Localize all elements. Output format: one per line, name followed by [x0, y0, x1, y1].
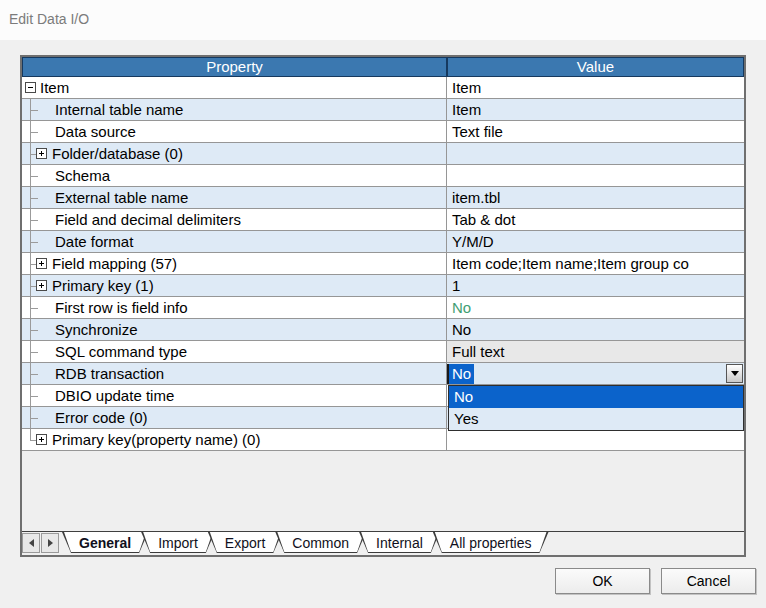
table-row[interactable]: Primary key (1) 1 — [22, 275, 744, 297]
property-value[interactable] — [447, 143, 744, 164]
dropdown-option-yes[interactable]: Yes — [449, 408, 743, 430]
table-row[interactable]: Date format Y/M/D — [22, 231, 744, 253]
column-header-value: Value — [448, 58, 743, 76]
combobox-selected-text[interactable]: No — [449, 364, 474, 384]
grid-header: Property Value — [22, 57, 744, 77]
property-value[interactable]: Full text — [447, 341, 744, 362]
property-grid-area: Property Value Item Item Internal table … — [22, 57, 744, 531]
property-label: RDB transaction — [55, 365, 164, 382]
tab-internal[interactable]: Internal — [359, 532, 440, 553]
chevron-down-icon — [731, 371, 739, 376]
combobox-dropdown-list: No Yes — [448, 385, 744, 431]
tab-import[interactable]: Import — [141, 532, 215, 553]
property-label: DBIO update time — [55, 387, 174, 404]
property-value[interactable]: No — [447, 319, 744, 340]
property-label: Item — [40, 79, 69, 96]
dropdown-option-no[interactable]: No — [449, 386, 743, 408]
left-arrow-icon — [29, 539, 34, 547]
tab-bar: General Import Export Common Internal Al… — [22, 531, 744, 555]
collapse-icon[interactable] — [25, 82, 36, 93]
rdb-transaction-combobox[interactable]: No — [447, 363, 744, 384]
property-value[interactable]: item.tbl — [447, 187, 744, 208]
property-label: Field and decimal delimiters — [55, 211, 241, 228]
expand-icon[interactable] — [36, 258, 47, 269]
window-title: Edit Data I/O — [9, 11, 89, 27]
table-row[interactable]: Item Item — [22, 77, 744, 99]
property-value[interactable]: Item — [447, 99, 744, 120]
property-label: Synchronize — [55, 321, 138, 338]
property-label: Folder/database (0) — [52, 145, 183, 162]
table-row[interactable]: External table name item.tbl — [22, 187, 744, 209]
table-row[interactable]: Primary key(property name) (0) — [22, 429, 744, 451]
property-label: Primary key(property name) (0) — [52, 431, 260, 448]
expand-icon[interactable] — [36, 148, 47, 159]
property-value[interactable] — [447, 165, 744, 186]
tab-scroll-left-button[interactable] — [22, 533, 40, 553]
combobox-dropdown-button[interactable] — [726, 364, 743, 383]
ok-button[interactable]: OK — [555, 568, 650, 594]
expand-icon[interactable] — [36, 280, 47, 291]
property-label: Date format — [55, 233, 133, 250]
property-label: Error code (0) — [55, 409, 148, 426]
property-value[interactable]: Text file — [447, 121, 744, 142]
table-row[interactable]: Data source Text file — [22, 121, 744, 143]
table-row[interactable]: Internal table name Item — [22, 99, 744, 121]
property-label: Field mapping (57) — [52, 255, 177, 272]
property-label: Schema — [55, 167, 110, 184]
tab-all-properties[interactable]: All properties — [433, 532, 549, 553]
property-value[interactable]: Tab & dot — [447, 209, 744, 230]
expand-icon[interactable] — [36, 434, 47, 445]
property-label: Internal table name — [55, 101, 183, 118]
tabs: General Import Export Common Internal Al… — [62, 532, 549, 553]
property-value[interactable]: Y/M/D — [447, 231, 744, 252]
table-row[interactable]: Field and decimal delimiters Tab & dot — [22, 209, 744, 231]
column-header-property: Property — [23, 58, 446, 76]
dialog-body: Property Value Item Item Internal table … — [0, 40, 766, 608]
table-row[interactable]: Folder/database (0) — [22, 143, 744, 165]
tab-general[interactable]: General — [62, 532, 148, 553]
property-value[interactable]: No — [447, 297, 744, 318]
table-row[interactable]: First row is field info No — [22, 297, 744, 319]
table-row[interactable]: RDB transaction No — [22, 363, 744, 385]
table-row[interactable]: Field mapping (57) Item code;Item name;I… — [22, 253, 744, 275]
property-grid: Property Value Item Item Internal table … — [20, 55, 746, 557]
property-value[interactable]: Item code;Item name;Item group co — [447, 253, 744, 274]
tab-scroll-right-button[interactable] — [41, 533, 59, 553]
property-label: External table name — [55, 189, 188, 206]
table-row[interactable]: SQL command type Full text — [22, 341, 744, 363]
property-label: First row is field info — [55, 299, 188, 316]
property-label: Data source — [55, 123, 136, 140]
property-value[interactable]: 1 — [447, 275, 744, 296]
window-titlebar: Edit Data I/O — [0, 0, 766, 40]
property-label: Primary key (1) — [52, 277, 154, 294]
tab-export[interactable]: Export — [208, 532, 282, 553]
table-row[interactable]: Schema — [22, 165, 744, 187]
tab-common[interactable]: Common — [275, 532, 366, 553]
right-arrow-icon — [48, 539, 53, 547]
property-value[interactable]: Item — [447, 77, 744, 98]
property-label: SQL command type — [55, 343, 187, 360]
table-row[interactable]: Synchronize No — [22, 319, 744, 341]
property-value[interactable] — [447, 429, 744, 450]
cancel-button[interactable]: Cancel — [661, 568, 756, 594]
